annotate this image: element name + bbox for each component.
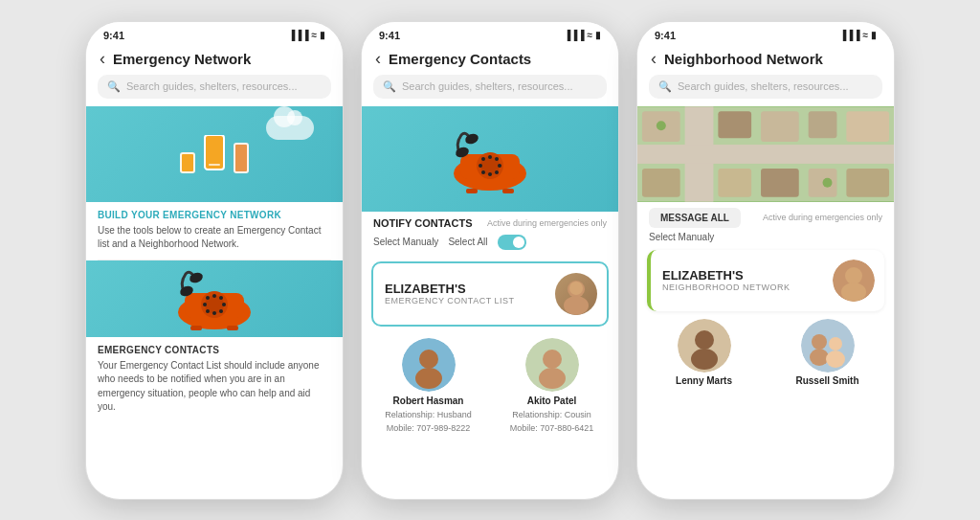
phone-content-2: NOTIFY CONTACTS Active during emergencie…: [362, 106, 618, 499]
hero-contacts-banner: [86, 260, 343, 337]
neighborhood-card: ELIZABETH'S NEIGHBORHOOD NETWORK: [647, 250, 884, 311]
phone-icon-right: [234, 143, 249, 173]
svg-rect-33: [502, 189, 514, 193]
akito-face: [525, 338, 579, 392]
toggle-manual-label: Select Manualy: [373, 237, 438, 247]
msg-row: MESSAGE ALL Active during emergencies on…: [637, 202, 894, 232]
avatar-face: [555, 273, 597, 315]
build-network-body: Use the tools below to create an Emergen…: [86, 222, 343, 260]
search-icon-1: 🔍: [107, 80, 121, 93]
svg-point-8: [222, 303, 226, 306]
svg-point-9: [219, 309, 223, 313]
contacts-grid: Robert Hasman Relationship: Husband Mobi…: [362, 332, 618, 439]
phone-2: 9:41 ▐▐▐ ≈ ▮ ‹ Emergency Contacts 🔍 Sear…: [361, 21, 619, 500]
toggle-row: Select Manualy Select All: [362, 233, 618, 256]
svg-rect-55: [846, 168, 889, 196]
phone-header-1: ‹ Emergency Network: [86, 45, 343, 75]
svg-point-42: [539, 368, 566, 389]
svg-point-66: [810, 349, 829, 366]
search-bar-1[interactable]: 🔍 Search guides, shelters, resources...: [98, 75, 331, 99]
notify-sub: Active during emergencies only: [487, 218, 607, 228]
battery-icon-2: ▮: [595, 30, 601, 40]
svg-point-41: [543, 350, 562, 369]
svg-rect-51: [642, 168, 680, 196]
battery-icon-3: ▮: [871, 30, 877, 40]
svg-point-67: [829, 337, 842, 350]
svg-rect-32: [466, 189, 478, 193]
phone-content-3: MESSAGE ALL Active during emergencies on…: [637, 106, 894, 499]
msg-sub: Active during emergencies only: [763, 213, 882, 222]
search-icon-2: 🔍: [383, 80, 396, 93]
phone-1: 9:41 ▐▐▐ ≈ ▮ ‹ Emergency Network 🔍 Searc…: [85, 21, 344, 500]
status-icons-2: ▐▐▐ ≈ ▮: [564, 30, 601, 40]
search-placeholder-3: Search guides, shelters, resources...: [678, 80, 849, 92]
akito-mob: Mobile: 707-880-6421: [510, 423, 594, 433]
lenny-name: Lenny Marts: [676, 375, 732, 386]
neighbor-item-lenny: Lenny Marts: [647, 319, 761, 386]
build-network-label: BUILD YOUR EMERGENCY NETWORK: [86, 202, 343, 222]
robert-mob: Mobile: 707-989-8222: [387, 423, 471, 433]
status-bar-2: 9:41 ▐▐▐ ≈ ▮: [362, 22, 618, 45]
svg-point-28: [479, 164, 482, 168]
lenny-avatar: [678, 319, 731, 373]
phone-title-1: Emergency Network: [113, 51, 251, 67]
elizabeth-avatar-3: [833, 260, 875, 302]
svg-point-10: [212, 311, 216, 315]
svg-point-35: [564, 296, 589, 315]
emergency-contacts-label: EMERGENCY CONTACTS: [86, 337, 343, 357]
search-bar-3[interactable]: 🔍 Search guides, shelters, resources...: [649, 75, 882, 99]
svg-point-65: [812, 334, 827, 350]
status-icons-1: ▐▐▐ ≈ ▮: [288, 30, 325, 40]
notify-label: NOTIFY CONTACTS: [373, 217, 472, 229]
back-button-3[interactable]: ‹: [651, 49, 657, 69]
select-manual: Select Manualy: [637, 232, 894, 246]
svg-rect-53: [761, 168, 799, 196]
svg-point-6: [212, 294, 216, 298]
svg-point-25: [495, 170, 499, 174]
svg-point-39: [415, 368, 442, 389]
svg-point-22: [488, 155, 492, 159]
wifi-icon-2: ≈: [588, 30, 593, 40]
contact-item-robert: Robert Hasman Relationship: Husband Mobi…: [371, 338, 485, 433]
robert-face: [402, 338, 456, 392]
svg-point-57: [823, 177, 833, 187]
back-button-1[interactable]: ‹: [100, 49, 105, 69]
lenny-face: [678, 319, 731, 373]
svg-rect-47: [718, 111, 751, 138]
svg-point-59: [845, 267, 862, 284]
phone-header-2: ‹ Emergency Contacts: [362, 45, 618, 75]
svg-point-60: [841, 283, 866, 302]
akito-avatar: [525, 338, 579, 392]
svg-point-62: [695, 330, 714, 350]
svg-point-64: [801, 319, 855, 373]
svg-point-27: [481, 170, 485, 174]
status-icons-3: ▐▐▐ ≈ ▮: [839, 30, 877, 40]
akito-name: Akito Patel: [527, 396, 577, 406]
russell-avatar: [801, 319, 855, 373]
hero-network-banner: [86, 106, 343, 202]
search-placeholder-1: Search guides, shelters, resources...: [126, 80, 298, 92]
svg-rect-45: [637, 145, 894, 164]
russell-name: Russell Smith: [795, 375, 858, 386]
message-all-button[interactable]: MESSAGE ALL: [649, 208, 741, 228]
status-bar-1: 9:41 ▐▐▐ ≈ ▮: [86, 22, 343, 45]
elizabeth-avatar-img: [555, 273, 597, 315]
svg-rect-50: [846, 111, 889, 142]
toggle-all-label: Select All: [448, 237, 487, 247]
neighborhood-card-name: ELIZABETH'S: [662, 268, 791, 283]
toggle-switch[interactable]: [498, 235, 526, 250]
svg-point-11: [206, 309, 210, 313]
svg-point-13: [206, 296, 210, 300]
neighborhood-card-text: ELIZABETH'S NEIGHBORHOOD NETWORK: [662, 268, 791, 293]
search-bar-2[interactable]: 🔍 Search guides, shelters, resources...: [373, 75, 607, 99]
cloud-decoration: [266, 116, 314, 140]
network-icons: [180, 135, 249, 173]
svg-point-56: [657, 121, 666, 130]
emergency-contacts-body: Your Emergency Contact List should inclu…: [86, 357, 343, 422]
phone-icon-left: [180, 152, 195, 173]
status-time-2: 9:41: [379, 30, 400, 41]
akito-rel: Relationship: Cousin: [512, 410, 591, 419]
back-button-2[interactable]: ‹: [375, 49, 381, 69]
robert-rel: Relationship: Husband: [385, 410, 472, 419]
svg-point-63: [691, 349, 718, 370]
